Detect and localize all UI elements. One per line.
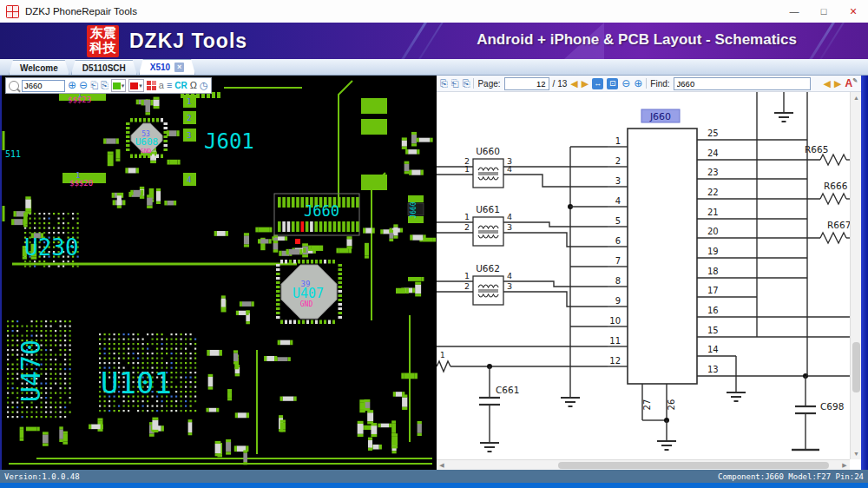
prev-page-icon[interactable]: ◀ <box>570 78 577 89</box>
maximize-icon[interactable]: □ <box>809 0 838 23</box>
cr-mode-button[interactable]: CR <box>174 80 187 91</box>
pcb-view[interactable]: 5111$$$23U60853GNDJ6011$$$20U230J660J660… <box>2 76 437 470</box>
zoom-in-icon[interactable]: ⊕ <box>634 78 642 89</box>
sch-pin-number: 2 <box>464 222 470 232</box>
pcb-label-j601[interactable]: J601 <box>204 129 254 154</box>
window-bottom-border <box>0 483 868 488</box>
history-icon[interactable]: ◷ <box>200 80 208 91</box>
sch-pin-number: 19 <box>707 247 719 256</box>
horizontal-scrollbar[interactable]: ◀ ▶ <box>437 459 850 470</box>
pcb-label-j660_side[interactable]: J660 <box>410 201 418 218</box>
tab-x510[interactable]: X510 × <box>139 59 195 75</box>
sch-pin-number: 3 <box>507 281 512 291</box>
pcb-label-u101[interactable]: U101 <box>101 366 172 400</box>
ohm-mode-button[interactable]: Ω <box>190 80 197 91</box>
list-icon[interactable]: ≡ <box>167 80 172 91</box>
rotate-left-icon[interactable]: ⎗ <box>451 78 459 89</box>
sch-pin-number: 27 <box>642 399 652 411</box>
pcb-pad <box>310 221 313 232</box>
highlight-grid-icon[interactable] <box>147 81 156 90</box>
pcb-label-bar_mid[interactable]: $$$20 <box>69 179 93 188</box>
minimize-icon[interactable]: — <box>779 0 809 23</box>
vertical-scroll-thumb[interactable] <box>852 342 860 392</box>
pcb-label-ref511[interactable]: 511 <box>5 149 21 159</box>
vertical-scrollbar[interactable]: ▲ ▼ <box>850 92 861 459</box>
schematic-canvas[interactable]: J660123456789101112U6602134U6611243U6621… <box>437 92 850 459</box>
page-number-input[interactable] <box>504 77 549 90</box>
sch-label-R665[interactable]: R665 <box>805 144 828 155</box>
pcb-pad <box>296 221 299 232</box>
rotate-right-icon[interactable]: ⎘ <box>463 78 470 89</box>
tab-d5110sch[interactable]: D5110SCH <box>71 60 137 75</box>
pcb-label-pad2[interactable]: 2 <box>187 114 191 122</box>
sch-pin-number: 6 <box>615 236 621 246</box>
pcb-label-u407_num[interactable]: 39 <box>301 280 311 288</box>
font-tool-icon[interactable]: A✎ <box>845 77 858 89</box>
pcb-label-u608_gnd[interactable]: GND <box>141 148 152 155</box>
pcb-label-u470[interactable]: U470 <box>16 340 46 402</box>
pcb-toolbar: ⊕ ⊖ ⎗ ⎘ ▾ ▾ a ≡ CR Ω ◷ <box>5 77 212 94</box>
pcb-search-input[interactable] <box>22 80 65 92</box>
sch-label-U662[interactable]: U662 <box>476 263 500 274</box>
sch-pin-number: 1 <box>615 136 621 146</box>
pcb-pad <box>347 221 351 232</box>
page-copy-icon[interactable]: ⎘ <box>440 78 448 89</box>
tab-welcome[interactable]: Welcome <box>9 60 69 75</box>
top-layer-color-picker[interactable]: ▾ <box>111 79 127 92</box>
sch-pin-number: 21 <box>707 208 719 217</box>
sch-pin-number: 10 <box>609 316 621 326</box>
sch-pin-number: 7 <box>615 256 621 266</box>
pcb-canvas[interactable]: 5111$$$23U60853GNDJ6011$$$20U230J660J660… <box>2 76 437 470</box>
sch-pin-number: 1 <box>464 271 470 280</box>
pcb-label-u608_num[interactable]: 53 <box>141 130 150 138</box>
tab-label: D5110SCH <box>82 63 126 73</box>
pcb-label-pad3[interactable]: 3 <box>187 131 191 140</box>
sch-pin-number: 16 <box>707 306 719 315</box>
fit-page-icon[interactable]: ⊡ <box>607 78 618 89</box>
title-bar: DZKJ PhoneRepair Tools — □ × <box>0 0 868 23</box>
sch-label-C661[interactable]: C661 <box>496 385 519 395</box>
sch-label-U660[interactable]: U660 <box>476 146 500 156</box>
pcb-pad <box>342 221 345 232</box>
zoom-out-icon[interactable]: ⊖ <box>621 78 630 89</box>
find-previous-icon[interactable]: ◀ <box>824 78 831 89</box>
zoom-in-icon[interactable]: ⊕ <box>68 80 76 91</box>
pcb-label-u407_gnd[interactable]: GND <box>300 300 313 308</box>
sch-pin-number: 3 <box>507 222 512 232</box>
close-icon[interactable]: × <box>838 0 868 23</box>
sch-pin-number: 2 <box>615 156 621 166</box>
sch-pin-number: 8 <box>615 276 621 286</box>
page-label: Page: <box>477 79 500 89</box>
sch-label-U661[interactable]: U661 <box>476 204 500 214</box>
next-page-icon[interactable]: ▶ <box>582 78 589 89</box>
tab-close-icon[interactable]: × <box>174 63 184 72</box>
sch-pin-number: 3 <box>615 176 621 186</box>
annotation-icon[interactable]: a <box>159 80 164 91</box>
fit-width-icon[interactable]: ↔ <box>592 78 603 89</box>
pcb-label-pad4[interactable]: 4 <box>187 175 191 184</box>
bottom-layer-color-picker[interactable]: ▾ <box>128 79 144 92</box>
sch-pin-number: 1 <box>440 351 445 359</box>
rotate-left-icon[interactable]: ⎗ <box>90 80 98 91</box>
sch-pin-number: 4 <box>507 212 512 221</box>
sch-chip-j660[interactable] <box>628 129 697 384</box>
pcb-label-pad1[interactable]: 1 <box>187 97 191 106</box>
horizontal-scroll-thumb[interactable] <box>558 462 829 469</box>
rotate-right-icon[interactable]: ⎘ <box>101 80 108 91</box>
pcb-pad <box>328 221 332 232</box>
pcb-pad <box>356 221 359 232</box>
find-input[interactable] <box>674 77 811 90</box>
find-next-icon[interactable]: ▶ <box>834 78 841 89</box>
sch-pin-number: 1 <box>464 212 470 221</box>
sch-label-R667[interactable]: R667 <box>827 220 850 230</box>
window-title: DZKJ PhoneRepair Tools <box>25 6 137 16</box>
sch-label-R666[interactable]: R666 <box>824 181 848 191</box>
pcb-pad <box>287 221 291 232</box>
pcb-label-u230[interactable]: U230 <box>24 234 79 260</box>
sch-chip-label[interactable]: J660 <box>649 111 671 122</box>
pcb-label-j660_big[interactable]: J660 <box>304 202 339 220</box>
pcb-label-bar_top[interactable]: $$$23 <box>68 96 91 104</box>
zoom-out-icon[interactable]: ⊖ <box>79 80 88 91</box>
sch-label-C698[interactable]: C698 <box>820 401 844 412</box>
pcb-highlighted-pin[interactable] <box>301 221 305 232</box>
